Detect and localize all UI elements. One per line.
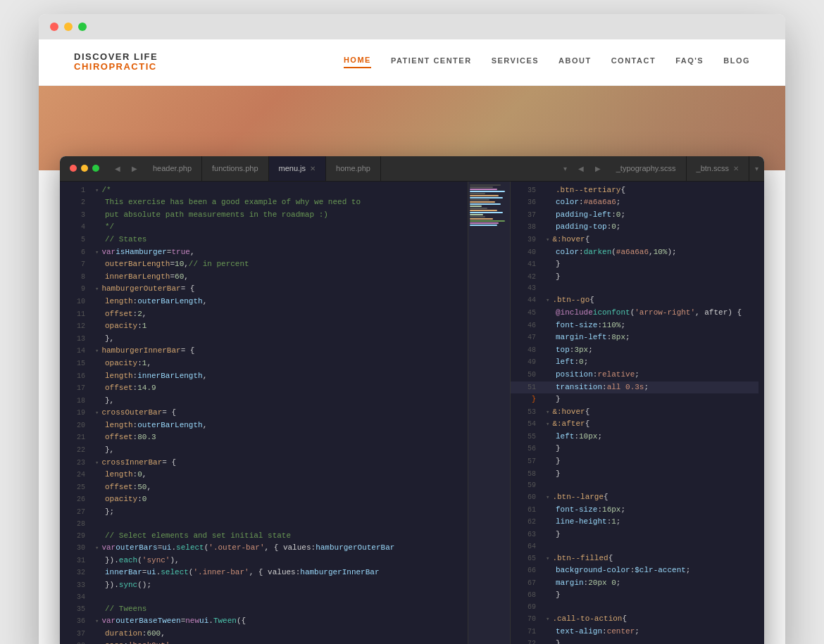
tab-split-left[interactable]: ◀ [573, 165, 589, 172]
browser-maximize-dot[interactable] [78, 23, 87, 31]
nav-patient-center[interactable]: PATIENT CENTER [391, 56, 472, 68]
editor-tabs-right: _typography.scss _btn.scss ✕ [606, 156, 749, 181]
nav-blog[interactable]: BLOG [723, 56, 750, 68]
browser-toolbar [39, 14, 785, 39]
website-content: DISCOVER LIFE CHIROPRACTIC HOME PATIENT … [39, 39, 785, 170]
tab-menu-js[interactable]: menu.js ✕ [269, 156, 327, 181]
website-header: DISCOVER LIFE CHIROPRACTIC HOME PATIENT … [39, 39, 785, 86]
nav-home[interactable]: HOME [344, 56, 371, 68]
nav-about[interactable]: ABOUT [558, 56, 592, 68]
tab-header-php[interactable]: header.php [143, 156, 202, 181]
editor-tabs-left: header.php functions.php menu.js ✕ home.… [143, 156, 558, 181]
logo: DISCOVER LIFE CHIROPRACTIC [74, 52, 158, 72]
editor-toolbar: ◀ ▶ header.php functions.php menu.js ✕ h… [60, 156, 764, 182]
nav-faqs[interactable]: FAQ'S [675, 56, 704, 68]
tab-btn-scss-close[interactable]: ✕ [733, 165, 739, 172]
code-editor: ◀ ▶ header.php functions.php menu.js ✕ h… [60, 156, 764, 644]
editor-close-dot[interactable] [70, 165, 77, 172]
editor-pane-left[interactable]: 1▾/* 2 This exercise has been a good exa… [60, 182, 511, 644]
tab-filter-arrow[interactable]: ▾ [558, 165, 573, 172]
tab-home-php[interactable]: home.php [326, 156, 381, 181]
minimap-left [468, 182, 510, 644]
browser-close-dot[interactable] [50, 23, 58, 31]
tab-menu-js-close[interactable]: ✕ [310, 165, 316, 172]
tab-right-filter[interactable]: ▾ [749, 165, 764, 172]
browser-minimize-dot[interactable] [64, 23, 73, 31]
nav-menu: HOME PATIENT CENTER SERVICES ABOUT CONTA… [344, 56, 750, 68]
editor-body: 1▾/* 2 This exercise has been a good exa… [60, 182, 764, 644]
tab-btn-scss[interactable]: _btn.scss ✕ [687, 156, 749, 181]
tab-split-right[interactable]: ▶ [589, 165, 606, 172]
editor-dots [60, 165, 109, 172]
tab-next-arrow[interactable]: ▶ [126, 165, 143, 172]
nav-contact[interactable]: CONTACT [611, 56, 656, 68]
tab-typography-scss[interactable]: _typography.scss [606, 156, 687, 181]
tab-prev-arrow[interactable]: ◀ [109, 165, 126, 172]
editor-maximize-dot[interactable] [92, 165, 99, 172]
nav-services[interactable]: SERVICES [492, 56, 539, 68]
editor-pane-right[interactable]: 35.btn--tertiary { 36 color: #a6a6a6; 37… [511, 182, 764, 644]
tab-functions-php[interactable]: functions.php [202, 156, 268, 181]
logo-bottom: CHIROPRACTIC [74, 62, 158, 72]
logo-top: DISCOVER LIFE [74, 52, 158, 62]
editor-minimize-dot[interactable] [81, 165, 88, 172]
browser-window: DISCOVER LIFE CHIROPRACTIC HOME PATIENT … [39, 14, 785, 644]
